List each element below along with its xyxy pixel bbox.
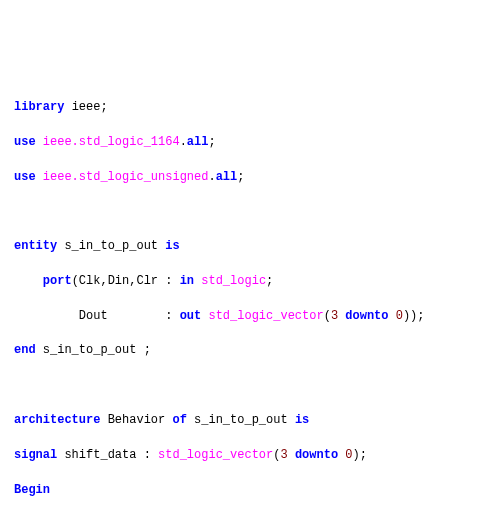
- library-path: ieee.std_logic_1164: [43, 135, 180, 149]
- identifier: s_in_to_p_out: [194, 413, 288, 427]
- code-line: architecture Behavior of s_in_to_p_out i…: [14, 412, 488, 429]
- library-path: ieee.std_logic_unsigned: [43, 170, 209, 184]
- vhdl-code-block: library ieee; use ieee.std_logic_1164.al…: [14, 82, 488, 516]
- code-line: Begin: [14, 482, 488, 499]
- keyword: Begin: [14, 483, 50, 497]
- keyword: port: [43, 274, 72, 288]
- keyword: out: [180, 309, 202, 323]
- keyword: entity: [14, 239, 57, 253]
- code-line: signal shift_data : std_logic_vector(3 d…: [14, 447, 488, 464]
- number: 3: [280, 448, 287, 462]
- keyword: all: [216, 170, 238, 184]
- code-line: library ieee;: [14, 99, 488, 116]
- number: 0: [396, 309, 403, 323]
- type: std_logic: [201, 274, 266, 288]
- identifier: s_in_to_p_out: [43, 343, 137, 357]
- keyword: of: [172, 413, 186, 427]
- type: std_logic_vector: [158, 448, 273, 462]
- identifier: s_in_to_p_out: [64, 239, 158, 253]
- blank-line: [14, 203, 488, 220]
- keyword: is: [165, 239, 179, 253]
- keyword: downto: [345, 309, 388, 323]
- blank-line: [14, 377, 488, 394]
- identifier: ieee: [72, 100, 101, 114]
- code-line: Dout : out std_logic_vector(3 downto 0))…: [14, 308, 488, 325]
- identifier: Dout: [79, 309, 108, 323]
- keyword: downto: [295, 448, 338, 462]
- identifier: Behavior: [108, 413, 166, 427]
- number: 3: [331, 309, 338, 323]
- identifier: Clk,Din,Clr: [79, 274, 158, 288]
- keyword: in: [180, 274, 194, 288]
- number: 0: [345, 448, 352, 462]
- code-line: port(Clk,Din,Clr : in std_logic;: [14, 273, 488, 290]
- keyword: end: [14, 343, 36, 357]
- keyword: library: [14, 100, 64, 114]
- code-line: end s_in_to_p_out ;: [14, 342, 488, 359]
- type: std_logic_vector: [208, 309, 323, 323]
- keyword: is: [295, 413, 309, 427]
- code-line: entity s_in_to_p_out is: [14, 238, 488, 255]
- keyword: signal: [14, 448, 57, 462]
- keyword: use: [14, 135, 36, 149]
- code-line: use ieee.std_logic_unsigned.all;: [14, 169, 488, 186]
- keyword: all: [187, 135, 209, 149]
- identifier: shift_data: [64, 448, 136, 462]
- code-line: use ieee.std_logic_1164.all;: [14, 134, 488, 151]
- keyword: use: [14, 170, 36, 184]
- keyword: architecture: [14, 413, 100, 427]
